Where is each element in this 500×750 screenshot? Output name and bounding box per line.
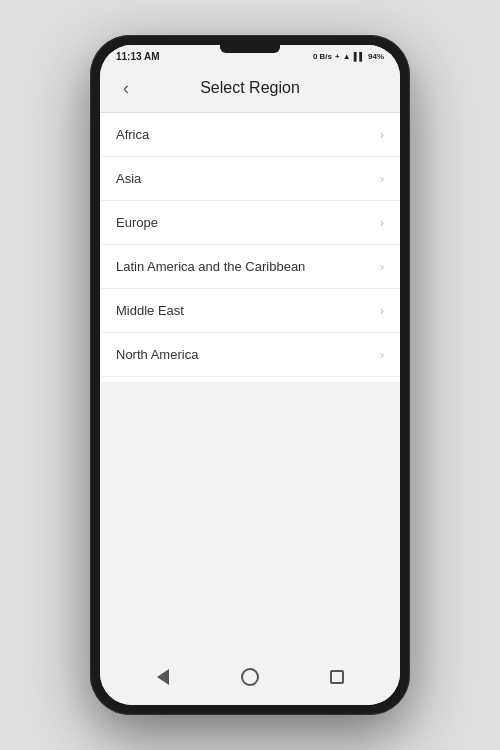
list-item[interactable]: Asia› — [100, 157, 400, 201]
nav-home-icon — [241, 668, 259, 686]
chevron-right-icon: › — [380, 171, 384, 186]
nav-recents-button[interactable] — [321, 661, 353, 693]
region-list: Africa›Asia›Europe›Latin America and the… — [100, 113, 400, 382]
chevron-right-icon: › — [380, 215, 384, 230]
bluetooth-icon: + — [335, 52, 340, 61]
region-label: Europe — [116, 215, 158, 230]
page-title: Select Region — [140, 79, 360, 97]
wifi-icon: ▲ — [343, 52, 351, 61]
phone-screen: 11:13 AM 0 B/s + ▲ ▌▌ 94% ‹ Select Regio… — [100, 45, 400, 705]
bottom-nav-bar — [100, 651, 400, 705]
empty-area — [100, 382, 400, 651]
region-label: Latin America and the Caribbean — [116, 259, 305, 274]
chevron-right-icon: › — [380, 127, 384, 142]
battery-label: 94% — [368, 52, 384, 61]
region-label: Asia — [116, 171, 141, 186]
chevron-right-icon: › — [380, 347, 384, 362]
region-label: North America — [116, 347, 198, 362]
list-item[interactable]: Middle East› — [100, 289, 400, 333]
list-item[interactable]: Latin America and the Caribbean› — [100, 245, 400, 289]
back-button[interactable]: ‹ — [112, 74, 140, 102]
phone-notch — [220, 45, 280, 53]
nav-home-button[interactable] — [234, 661, 266, 693]
chevron-right-icon: › — [380, 259, 384, 274]
back-icon: ‹ — [123, 79, 129, 97]
chevron-right-icon: › — [380, 303, 384, 318]
nav-back-icon — [157, 669, 169, 685]
region-label: Africa — [116, 127, 149, 142]
list-item[interactable]: Africa› — [100, 113, 400, 157]
region-label: Middle East — [116, 303, 184, 318]
list-item[interactable]: Europe› — [100, 201, 400, 245]
header: ‹ Select Region — [100, 66, 400, 113]
network-label: 0 B/s — [313, 52, 332, 61]
nav-back-button[interactable] — [147, 661, 179, 693]
nav-recents-icon — [330, 670, 344, 684]
signal-icon: ▌▌ — [354, 52, 365, 61]
list-item[interactable]: North America› — [100, 333, 400, 377]
phone-frame: 11:13 AM 0 B/s + ▲ ▌▌ 94% ‹ Select Regio… — [90, 35, 410, 715]
status-icons: 0 B/s + ▲ ▌▌ 94% — [313, 52, 384, 61]
status-time: 11:13 AM — [116, 51, 160, 62]
